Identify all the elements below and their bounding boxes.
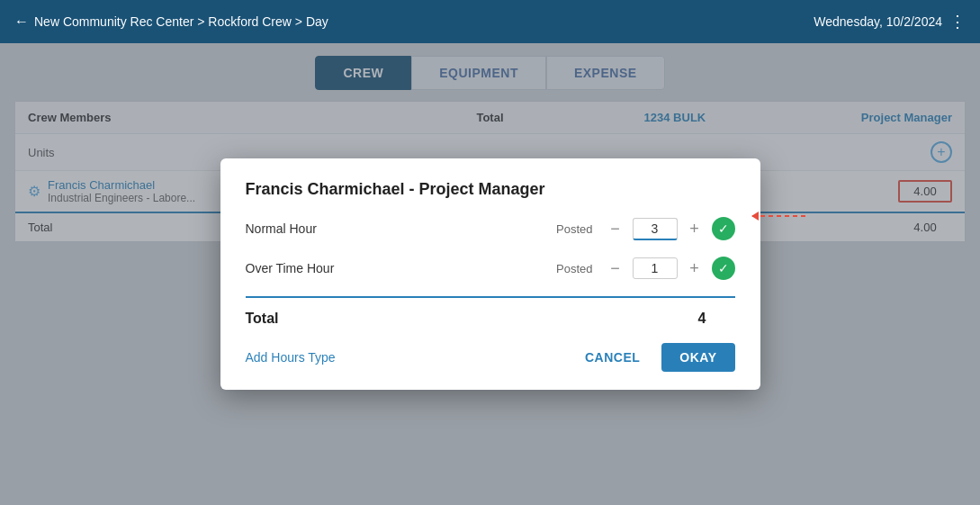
normal-hour-check-icon[interactable]: ✓ [712,217,735,240]
normal-hour-controls: − + ✓ [604,217,735,240]
modal-total-value: 4 [698,311,706,327]
date-label: Wednesday, 10/2/2024 [814,14,942,29]
normal-hour-increment[interactable]: + [683,217,706,240]
modal-divider [246,296,735,298]
overtime-hour-controls: − + ✓ [604,257,735,280]
dashed-arrow-svg [742,203,814,230]
main-content: CREW EQUIPMENT EXPENSE Crew Members Tota… [0,43,980,505]
modal-action-buttons: CANCEL OKAY [572,343,735,372]
breadcrumb: New Community Rec Center > Rockford Crew… [34,14,328,29]
modal-title: Francis Charmichael - Project Manager [246,180,735,199]
menu-icon[interactable]: ⋮ [949,12,966,32]
overtime-hour-row: Over Time Hour Posted − + ✓ [246,257,735,280]
hours-modal: Francis Charmichael - Project Manager No… [220,158,760,390]
overtime-hour-label: Over Time Hour [246,261,557,275]
add-hours-type-link[interactable]: Add Hours Type [246,350,336,365]
normal-hour-decrement[interactable]: − [604,217,627,240]
overtime-hour-input[interactable] [633,257,678,279]
svg-marker-1 [751,212,759,221]
modal-footer: Add Hours Type CANCEL OKAY [246,343,735,372]
overtime-hour-decrement[interactable]: − [604,257,627,280]
cancel-button[interactable]: CANCEL [572,343,652,372]
normal-hour-input[interactable] [633,218,678,240]
modal-total-row: Total 4 [246,311,735,327]
header-right: Wednesday, 10/2/2024 ⋮ [814,12,966,32]
okay-button[interactable]: OKAY [661,343,734,372]
breadcrumb-nav[interactable]: ← New Community Rec Center > Rockford Cr… [14,14,328,30]
overtime-hour-check-icon[interactable]: ✓ [712,257,735,280]
overtime-hour-status: Posted [556,262,592,275]
normal-hour-status: Posted [556,222,592,236]
arrow-annotation [742,203,814,230]
back-arrow-icon[interactable]: ← [14,14,29,30]
normal-hour-row: Normal Hour Posted − + ✓ [246,217,735,240]
normal-hour-label: Normal Hour [246,221,557,236]
modal-overlay: Francis Charmichael - Project Manager No… [0,43,980,505]
modal-total-label: Total [246,311,698,327]
top-bar: ← New Community Rec Center > Rockford Cr… [0,0,980,43]
overtime-hour-increment[interactable]: + [683,257,706,280]
